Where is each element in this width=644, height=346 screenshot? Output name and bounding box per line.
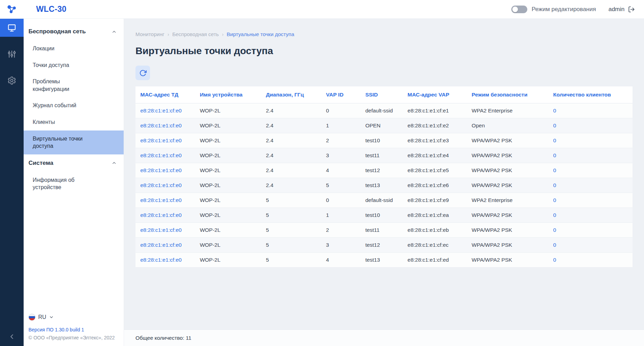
cell-clients-count[interactable]: 0: [549, 103, 633, 118]
cell-vap-id: 5: [322, 178, 361, 193]
cell-device-name: WOP-2L: [196, 223, 262, 238]
copyright-label: © ООО «Предприятие «Элтекс», 2022: [28, 335, 119, 340]
chevron-down-icon: [49, 315, 54, 320]
cell-security-mode: WPA2 Enterprise: [468, 103, 549, 118]
sidebar-section-system[interactable]: Система: [24, 154, 124, 172]
firmware-version-link[interactable]: Версия ПО 1.30.0 build 1: [28, 327, 119, 332]
cell-security-mode: WPA/WPA2 PSK: [468, 163, 549, 178]
app-title: WLC-30: [36, 5, 66, 14]
cell-device-name: WOP-2L: [196, 163, 262, 178]
table-row: e8:28:c1:e1:cf:e0 WOP-2L 2.4 1 OPEN e8:2…: [135, 118, 633, 133]
language-label: RU: [38, 314, 46, 320]
sidebar-item-config-problems[interactable]: Проблемы конфигурации: [24, 73, 124, 97]
cell-mac-vap: e8:28:c1:e1:cf:e1: [403, 103, 468, 118]
edit-mode-toggle[interactable]: [511, 6, 527, 13]
rail-item-monitoring[interactable]: [0, 19, 24, 37]
cell-clients-count[interactable]: 0: [549, 223, 633, 238]
sidebar-item-clients[interactable]: Клиенты: [24, 114, 124, 130]
column-header-band[interactable]: Диапазон, ГГц: [262, 86, 322, 103]
language-selector[interactable]: RU: [28, 314, 119, 321]
logout-icon[interactable]: [628, 6, 635, 13]
cell-mac-ap[interactable]: e8:28:c1:e1:cf:e0: [135, 238, 196, 253]
cell-ssid: test13: [361, 178, 404, 193]
breadcrumb-current: Виртуальные точки доступа: [227, 31, 295, 37]
table-row: e8:28:c1:e1:cf:e0 WOP-2L 5 0 default-ssi…: [135, 193, 633, 208]
cell-clients-count[interactable]: 0: [549, 178, 633, 193]
cell-mac-ap[interactable]: e8:28:c1:e1:cf:e0: [135, 193, 196, 208]
cell-band: 2.4: [262, 133, 322, 148]
breadcrumb-separator: ›: [167, 32, 169, 37]
collapse-sidebar-button[interactable]: [0, 333, 24, 340]
column-header-security-mode[interactable]: Режим безопасности: [468, 86, 549, 103]
cell-clients-count[interactable]: 0: [549, 148, 633, 163]
cell-band: 2.4: [262, 118, 322, 133]
gear-icon: [7, 76, 16, 85]
cell-clients-count[interactable]: 0: [549, 253, 633, 268]
cell-mac-vap: e8:28:c1:e1:cf:ec: [403, 238, 468, 253]
column-header-mac-vap[interactable]: МАС-адрес VAP: [403, 86, 468, 103]
cell-mac-ap[interactable]: e8:28:c1:e1:cf:e0: [135, 103, 196, 118]
total-count-label: Общее количество: 11: [135, 335, 191, 341]
column-header-ssid[interactable]: SSID: [361, 86, 404, 103]
cell-band: 2.4: [262, 148, 322, 163]
cell-security-mode: WPA/WPA2 PSK: [468, 253, 549, 268]
table-row: e8:28:c1:e1:cf:e0 WOP-2L 2.4 5 test13 e8…: [135, 178, 633, 193]
column-header-vap-id[interactable]: VAP ID: [322, 86, 361, 103]
cell-clients-count[interactable]: 0: [549, 118, 633, 133]
cell-vap-id: 0: [322, 103, 361, 118]
cell-mac-vap: e8:28:c1:e1:cf:eb: [403, 223, 468, 238]
rail-item-configuration[interactable]: [0, 45, 24, 63]
cell-device-name: WOP-2L: [196, 253, 262, 268]
sidebar-item-locations[interactable]: Локации: [24, 40, 124, 57]
breadcrumb-wireless[interactable]: Беспроводная сеть: [172, 31, 219, 37]
cell-clients-count[interactable]: 0: [549, 193, 633, 208]
cell-vap-id: 3: [322, 148, 361, 163]
refresh-button[interactable]: [135, 66, 150, 80]
cell-mac-ap[interactable]: e8:28:c1:e1:cf:e0: [135, 163, 196, 178]
cell-mac-ap[interactable]: e8:28:c1:e1:cf:e0: [135, 118, 196, 133]
cell-mac-ap[interactable]: e8:28:c1:e1:cf:e0: [135, 208, 196, 223]
column-header-mac-ap[interactable]: МАС-адрес ТД: [135, 86, 196, 103]
rail-item-settings[interactable]: [0, 71, 24, 90]
cell-device-name: WOP-2L: [196, 133, 262, 148]
sidebar-item-device-info[interactable]: Информация об устройстве: [24, 172, 124, 196]
cell-mac-vap: e8:28:c1:e1:cf:e6: [403, 178, 468, 193]
table-footer: Общее количество: 11: [124, 329, 644, 346]
chevron-up-icon: [112, 29, 117, 34]
cell-device-name: WOP-2L: [196, 103, 262, 118]
sidebar-item-virtual-aps[interactable]: Виртуальные точки доступа: [24, 130, 124, 154]
cell-security-mode: WPA/WPA2 PSK: [468, 238, 549, 253]
refresh-icon: [139, 69, 147, 77]
table-row: e8:28:c1:e1:cf:e0 WOP-2L 5 3 test12 e8:2…: [135, 238, 633, 253]
cell-vap-id: 2: [322, 223, 361, 238]
cell-band: 2.4: [262, 163, 322, 178]
sidebar-item-access-points[interactable]: Точки доступа: [24, 57, 124, 74]
breadcrumb-monitoring[interactable]: Мониторинг: [135, 31, 164, 37]
cell-clients-count[interactable]: 0: [549, 238, 633, 253]
cell-mac-ap[interactable]: e8:28:c1:e1:cf:e0: [135, 253, 196, 268]
cell-security-mode: WPA/WPA2 PSK: [468, 148, 549, 163]
sidebar-section-wireless[interactable]: Беспроводная сеть: [24, 23, 124, 40]
cell-clients-count[interactable]: 0: [549, 208, 633, 223]
cell-mac-vap: e8:28:c1:e1:cf:ed: [403, 253, 468, 268]
cell-vap-id: 3: [322, 238, 361, 253]
cell-clients-count[interactable]: 0: [549, 133, 633, 148]
cell-mac-ap[interactable]: e8:28:c1:e1:cf:e0: [135, 178, 196, 193]
cell-ssid: test10: [361, 208, 404, 223]
top-header: WLC-30 Режим редактирования admin: [0, 0, 644, 19]
breadcrumb: Мониторинг › Беспроводная сеть › Виртуал…: [135, 19, 633, 37]
sidebar: Беспроводная сеть Локации Точки доступа …: [24, 19, 124, 346]
edit-mode-label: Режим редактирования: [531, 6, 596, 13]
cell-vap-id: 4: [322, 163, 361, 178]
cell-mac-ap[interactable]: e8:28:c1:e1:cf:e0: [135, 223, 196, 238]
cell-security-mode: Open: [468, 118, 549, 133]
cell-mac-ap[interactable]: e8:28:c1:e1:cf:e0: [135, 133, 196, 148]
cell-mac-ap[interactable]: e8:28:c1:e1:cf:e0: [135, 148, 196, 163]
column-header-clients-count[interactable]: Количество клиентов: [549, 86, 633, 103]
cell-clients-count[interactable]: 0: [549, 163, 633, 178]
cell-security-mode: WPA/WPA2 PSK: [468, 178, 549, 193]
column-header-device-name[interactable]: Имя устройства: [196, 86, 262, 103]
sidebar-item-event-log[interactable]: Журнал событий: [24, 97, 124, 114]
vap-table-body: e8:28:c1:e1:cf:e0 WOP-2L 2.4 0 default-s…: [135, 103, 633, 268]
cell-device-name: WOP-2L: [196, 208, 262, 223]
